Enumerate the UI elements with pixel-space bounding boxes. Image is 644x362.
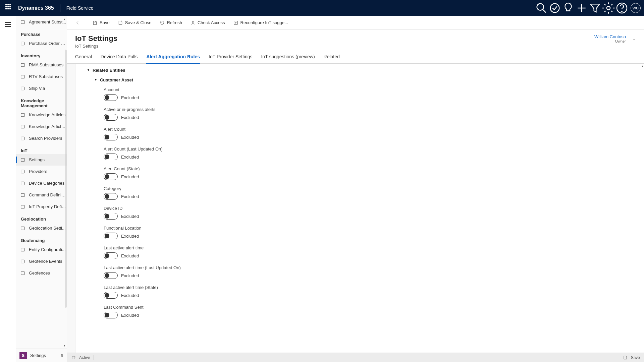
user-avatar[interactable]: WC (631, 3, 641, 13)
scroll-up-icon[interactable]: ▴ (64, 17, 65, 21)
sidebar-item[interactable]: Knowledge Articles (16, 109, 67, 121)
toggle-value: Excluded (121, 194, 139, 199)
form-tab[interactable]: Related (324, 54, 340, 63)
sidebar-item[interactable]: Agreement Subst... (16, 16, 67, 28)
field-label: Last active alert time (104, 245, 350, 250)
task-icon[interactable] (548, 0, 561, 16)
sidebar-item[interactable]: RMA Substatuses (16, 59, 67, 71)
entity-icon (20, 226, 25, 231)
sidebar-item-label: Device Categories (29, 181, 64, 186)
entity-icon (20, 19, 25, 25)
area-badge: S (19, 352, 27, 359)
entity-icon (20, 181, 25, 186)
toggle-switch[interactable] (104, 292, 118, 299)
sidebar-item[interactable]: Geofence Events (16, 255, 67, 267)
footer-save-button[interactable]: Save (623, 355, 640, 360)
save-close-label: Save & Close (125, 20, 152, 25)
form-status-bar: Active Save (67, 353, 644, 362)
sidebar-item[interactable]: Command Definiti... (16, 189, 67, 201)
refresh-label: Refresh (167, 20, 182, 25)
area-switcher[interactable]: S Settings ⇅ (16, 349, 67, 362)
sidebar-item[interactable]: IoT Property Defin... (16, 201, 67, 213)
global-nav-bar: Dynamics 365 Field Service WC (0, 0, 644, 16)
toggle-value: Excluded (121, 115, 139, 120)
hamburger-icon[interactable] (5, 22, 11, 27)
sidebar-item[interactable]: Device Categories (16, 177, 67, 189)
form-header: IoT Settings IoT Settings William Contos… (67, 29, 644, 49)
form-tab[interactable]: Device Data Pulls (101, 54, 138, 63)
product-name: Dynamics 365 (18, 5, 54, 11)
scrollbar-thumb[interactable] (65, 50, 67, 308)
toggle-switch[interactable] (104, 213, 118, 220)
toggle-switch[interactable] (104, 173, 118, 180)
subsection-header[interactable]: ▼Customer Asset (94, 77, 350, 82)
owner-label: Owner (594, 39, 626, 43)
sidebar-item[interactable]: Geofences (16, 267, 67, 279)
header-expand-icon[interactable]: ⌄ (633, 37, 636, 41)
form-field: Device ID Excluded (104, 206, 350, 220)
page-title: IoT Settings (75, 34, 117, 43)
toggle-switch[interactable] (104, 233, 118, 239)
sitemap-collapse-column (0, 16, 16, 362)
form-tab[interactable]: IoT suggestions (preview) (261, 54, 315, 63)
sidebar-item[interactable]: Geolocation Setti... (16, 222, 67, 234)
insights-icon[interactable] (561, 0, 575, 16)
toggle-switch[interactable] (104, 193, 118, 200)
svg-rect-17 (21, 170, 25, 173)
save-close-button[interactable]: Save & Close (114, 16, 156, 29)
sidebar-item[interactable]: Entity Configurati... (16, 244, 67, 255)
app-area[interactable]: Field Service (66, 5, 94, 11)
scroll-down-icon[interactable]: ▾ (64, 344, 65, 347)
toggle-switch[interactable] (104, 114, 118, 121)
divider (60, 4, 60, 12)
sidebar-item[interactable]: Ship Via (16, 82, 67, 94)
field-label: Last active alert time (State) (104, 285, 350, 290)
sidebar-item[interactable]: Search Providers (16, 132, 67, 144)
reconfigure-button[interactable]: Reconfigure IoT sugge... (229, 16, 292, 29)
form-field: Last active alert time (Last Updated On)… (104, 265, 350, 279)
check-access-button[interactable]: Check Access (186, 16, 229, 29)
toggle-switch[interactable] (104, 134, 118, 140)
sidebar-group-header: Geofencing (16, 234, 67, 244)
search-icon[interactable] (535, 0, 548, 16)
help-icon[interactable] (615, 0, 629, 16)
record-status: Active (79, 355, 90, 360)
svg-rect-10 (21, 63, 25, 66)
save-button[interactable]: Save (88, 16, 114, 29)
sidebar-item-label: Command Definiti... (29, 192, 67, 197)
scroll-up-icon[interactable]: ▴ (642, 64, 643, 68)
toggle-switch[interactable] (104, 272, 118, 279)
section-header[interactable]: ▼Related Entities (87, 68, 350, 73)
sidebar-item[interactable]: Purchase Order S... (16, 38, 67, 49)
toggle-value: Excluded (121, 135, 139, 140)
toggle-switch[interactable] (104, 312, 118, 318)
popout-icon[interactable] (71, 355, 76, 360)
toggle-switch[interactable] (104, 252, 118, 259)
app-launcher-icon[interactable] (5, 4, 13, 12)
form-tabs: GeneralDevice Data PullsAlert Aggregatio… (67, 49, 644, 64)
entity-icon (20, 74, 25, 79)
toggle-value: Excluded (121, 214, 139, 219)
filter-icon[interactable] (588, 0, 602, 16)
refresh-button[interactable]: Refresh (155, 16, 186, 29)
form-tab[interactable]: General (75, 54, 92, 63)
left-form-panel: ▼Related Entities ▼Customer Asset Accoun… (75, 64, 350, 353)
sidebar-item[interactable]: RTV Substatuses (16, 71, 67, 82)
settings-icon[interactable] (602, 0, 615, 16)
svg-rect-18 (21, 182, 25, 185)
form-field: Alert Count Excluded (104, 127, 350, 140)
add-icon[interactable] (575, 0, 588, 16)
toggle-switch[interactable] (104, 154, 118, 160)
back-button[interactable] (70, 16, 86, 29)
sidebar-item[interactable]: Settings (16, 154, 67, 166)
field-label: Account (104, 87, 350, 92)
sidebar-item-label: Purchase Order S... (29, 41, 67, 46)
sidebar-item[interactable]: Knowledge Article... (16, 121, 67, 132)
sidebar-item[interactable]: Providers (16, 166, 67, 177)
form-tab[interactable]: Alert Aggregation Rules (146, 54, 200, 63)
toggle-switch[interactable] (104, 94, 118, 101)
owner-name[interactable]: William Contoso (594, 34, 626, 39)
form-field: Last active alert time (State) Excluded (104, 285, 350, 299)
field-label: Alert Count (104, 127, 350, 132)
form-tab[interactable]: IoT Provider Settings (209, 54, 252, 63)
